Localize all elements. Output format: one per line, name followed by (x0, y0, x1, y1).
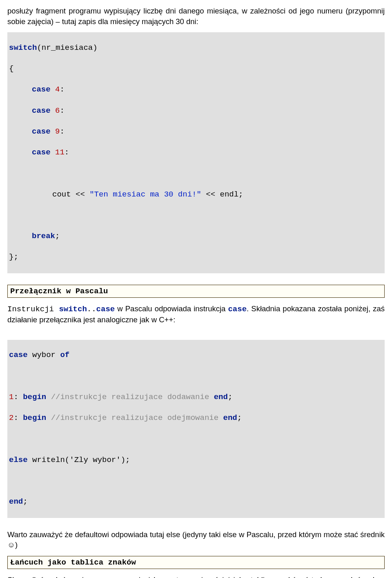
pascal-note: Warto zauważyć że defaultowi odpowiada t… (7, 529, 385, 550)
intro-paragraph: posłuży fragment programu wypisujący lic… (7, 6, 385, 27)
comment: //instrukcje realizujace dodawanie (46, 393, 214, 402)
semicolon: ; (55, 232, 60, 241)
kw-case: case (9, 350, 28, 359)
pascal-code-block: case wybor of 1: begin //instrukcje real… (7, 340, 385, 518)
kw-else: else (9, 455, 28, 464)
kw-case: case (32, 85, 51, 94)
cout-string: "Ten miesiac ma 30 dni!" (89, 190, 201, 199)
kw-case: case (96, 305, 115, 314)
kw-end: end (9, 497, 23, 506)
kw-case: case (32, 127, 51, 136)
text: wybor (28, 350, 60, 359)
num-2: 2 (9, 413, 13, 422)
colon: : (60, 127, 64, 136)
lancuch-paragraph: Słowa (łańcuchy) zapisane są w pamięci k… (7, 575, 385, 578)
kw-end: end (223, 413, 237, 422)
text: writeln('Zly wybor'); (28, 455, 130, 464)
num-11: 11 (55, 148, 65, 157)
text: Słowa (łańcuchy) zapisane są w pamięci k… (7, 576, 385, 578)
cout-post: << endl; (201, 190, 243, 199)
colon: : (60, 106, 64, 115)
heading-lancuch: Łańcuch jako tablica znaków (7, 556, 385, 569)
kw-of: of (60, 350, 69, 359)
semicolon: ; (237, 413, 242, 422)
semicolon: ; (228, 393, 232, 402)
heading-pascal: Przełącznik w Pascalu (7, 285, 385, 298)
pascal-intro: Instrukcji switch..case w Pascalu odpowi… (7, 304, 385, 325)
kw-break: break (32, 232, 55, 241)
paren-close: ) (93, 43, 97, 52)
kw-switch: switch (59, 305, 87, 314)
dots: .. (87, 305, 96, 314)
cout-pre: cout << (52, 190, 89, 199)
kw-begin: begin (23, 413, 46, 422)
colon: : (60, 85, 64, 94)
var-name: nr_miesiaca (42, 43, 93, 52)
kw-case: case (228, 305, 247, 314)
kw-case: case (32, 106, 51, 115)
cpp-code-block: switch(nr_miesiaca) { case 4: case 6: ca… (7, 32, 385, 273)
kw-case: case (32, 148, 51, 157)
num-9: 9 (55, 127, 60, 136)
colon: : (65, 148, 69, 157)
colon: : (13, 413, 23, 422)
text: Instrukcji (7, 305, 59, 314)
colon: : (13, 393, 23, 402)
paren-open: ( (37, 43, 41, 52)
kw-end: end (214, 393, 228, 402)
comment: //instrukcje realizujace odejmowanie (46, 413, 223, 422)
brace-close: }; (9, 252, 18, 261)
kw-begin: begin (23, 393, 46, 402)
kw-switch: switch (9, 43, 37, 52)
num-1: 1 (9, 393, 13, 402)
text: w Pascalu odpowiada instrukcja (115, 304, 228, 313)
brace-open: { (9, 64, 13, 73)
num-6: 6 (55, 106, 60, 115)
num-4: 4 (55, 85, 60, 94)
semicolon: ; (23, 497, 27, 506)
